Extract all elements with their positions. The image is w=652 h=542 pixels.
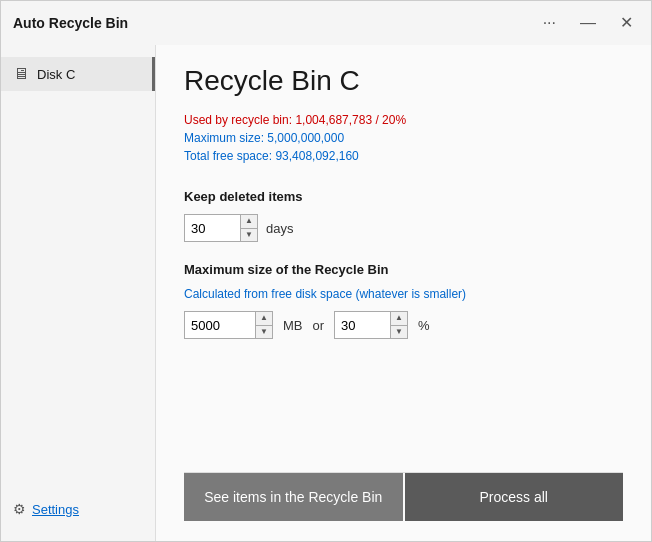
settings-label[interactable]: Settings bbox=[32, 502, 79, 517]
days-increment-button[interactable]: ▲ bbox=[241, 215, 257, 228]
percent-input[interactable] bbox=[335, 312, 390, 338]
days-input[interactable] bbox=[185, 215, 240, 241]
mb-increment-button[interactable]: ▲ bbox=[256, 312, 272, 325]
percent-decrement-button[interactable]: ▼ bbox=[391, 325, 407, 339]
keep-section-label: Keep deleted items bbox=[184, 189, 623, 204]
close-button[interactable]: ✕ bbox=[614, 13, 639, 33]
sidebar: 🖥 Disk C ⚙ Settings bbox=[1, 45, 156, 541]
info-used: Used by recycle bin: 1,004,687,783 / 20% bbox=[184, 113, 623, 127]
app-title: Auto Recycle Bin bbox=[13, 15, 128, 31]
titlebar: Auto Recycle Bin ··· — ✕ bbox=[1, 1, 651, 45]
mb-unit: MB bbox=[283, 318, 303, 333]
percent-increment-button[interactable]: ▲ bbox=[391, 312, 407, 325]
info-maximum: Maximum size: 5,000,000,000 bbox=[184, 131, 623, 145]
days-unit: days bbox=[266, 221, 293, 236]
days-spinner: ▲ ▼ bbox=[184, 214, 258, 242]
main-content: 🖥 Disk C ⚙ Settings Recycle Bin C Used b… bbox=[1, 45, 651, 541]
process-all-button[interactable]: Process all bbox=[405, 473, 624, 521]
disk-icon: 🖥 bbox=[13, 65, 29, 83]
mb-decrement-button[interactable]: ▼ bbox=[256, 325, 272, 339]
calc-note: Calculated from free disk space (whateve… bbox=[184, 287, 623, 301]
percent-unit: % bbox=[418, 318, 430, 333]
keep-section: Keep deleted items ▲ ▼ days bbox=[184, 189, 623, 242]
max-size-section: Maximum size of the Recycle Bin Calculat… bbox=[184, 262, 623, 339]
content-panel: Recycle Bin C Used by recycle bin: 1,004… bbox=[156, 45, 651, 541]
days-spinner-buttons: ▲ ▼ bbox=[240, 215, 257, 241]
max-size-label: Maximum size of the Recycle Bin bbox=[184, 262, 623, 277]
recycle-bin-title: Recycle Bin C bbox=[184, 65, 623, 97]
app-window: Auto Recycle Bin ··· — ✕ 🖥 Disk C ⚙ Sett… bbox=[0, 0, 652, 542]
days-decrement-button[interactable]: ▼ bbox=[241, 228, 257, 242]
minimize-button[interactable]: — bbox=[574, 13, 602, 33]
footer-buttons: See items in the Recycle Bin Process all bbox=[184, 472, 623, 521]
see-items-button[interactable]: See items in the Recycle Bin bbox=[184, 473, 403, 521]
titlebar-controls: ··· — ✕ bbox=[537, 13, 639, 33]
sidebar-item-label: Disk C bbox=[37, 67, 75, 82]
mb-input[interactable] bbox=[185, 312, 255, 338]
percent-spinner: ▲ ▼ bbox=[334, 311, 408, 339]
days-spinner-group: ▲ ▼ days bbox=[184, 214, 623, 242]
or-label: or bbox=[313, 318, 325, 333]
settings-icon: ⚙ bbox=[13, 501, 26, 517]
menu-button[interactable]: ··· bbox=[537, 13, 562, 33]
settings-area[interactable]: ⚙ Settings bbox=[1, 493, 155, 533]
sidebar-items: 🖥 Disk C bbox=[1, 53, 155, 91]
percent-spinner-buttons: ▲ ▼ bbox=[390, 312, 407, 338]
info-free: Total free space: 93,408,092,160 bbox=[184, 149, 623, 163]
mb-spinner: ▲ ▼ bbox=[184, 311, 273, 339]
sidebar-item-disk-c[interactable]: 🖥 Disk C bbox=[1, 57, 155, 91]
mb-spinner-buttons: ▲ ▼ bbox=[255, 312, 272, 338]
mb-or-percent-group: ▲ ▼ MB or ▲ ▼ % bbox=[184, 311, 623, 339]
